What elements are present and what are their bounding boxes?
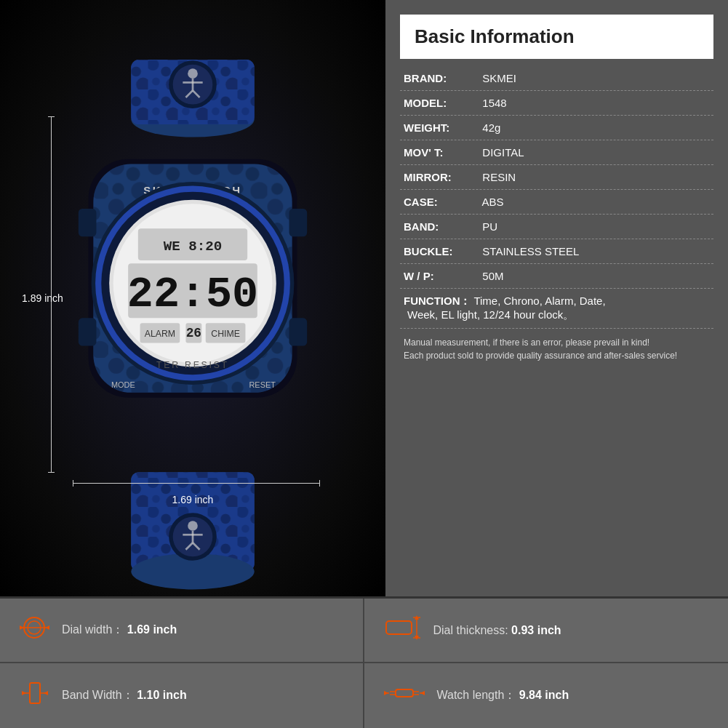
model-value: 1548 [476, 97, 710, 109]
svg-rect-24 [79, 318, 97, 345]
band-width-icon [18, 679, 51, 712]
height-label: 1.89 inch [22, 292, 63, 304]
svg-point-8 [188, 68, 198, 79]
case-label: CASE: [404, 196, 476, 208]
svg-marker-61 [20, 625, 24, 630]
dial-thickness-label: Dial thickness: [433, 624, 512, 636]
watch-length-icon [383, 679, 426, 712]
note-line2: Each product sold to provide quality ass… [404, 349, 710, 362]
wp-row: W / P: 50M [400, 264, 713, 289]
dial-width-value: 1.69 inch [127, 623, 177, 636]
buckle-value: STAINLESS STEEL [476, 245, 710, 257]
dial-thickness-text: Dial thickness: 0.93 inch [433, 624, 561, 637]
info-header: Basic Information [400, 15, 713, 59]
svg-text:TER RESIST: TER RESIST [156, 360, 229, 370]
watch-length-text: Watch length： 9.84 inch [437, 688, 569, 703]
svg-text:22:50: 22:50 [127, 270, 258, 319]
basic-information-title: Basic Information [415, 25, 699, 48]
watch-area: 1.89 inch [0, 0, 385, 596]
specs-list: BRAND: SKMEI MODEL: 1548 WEIGHT: 42g MOV… [385, 59, 728, 596]
band-value: PU [476, 220, 710, 233]
mirror-label: MIRROR: [404, 171, 476, 183]
note-line1: Manual measurement, if there is an error… [404, 336, 710, 349]
dial-width-cell: Dial width： 1.69 inch [0, 599, 364, 663]
top-section: 1.89 inch [0, 0, 728, 596]
info-note: Manual measurement, if there is an error… [400, 329, 713, 366]
svg-rect-26 [289, 318, 308, 345]
dial-thickness-value: 0.93 inch [511, 624, 561, 636]
dial-width-label: Dial width： [62, 623, 124, 636]
weight-row: WEIGHT: 42g [400, 116, 713, 140]
watch-length-label: Watch length： [437, 689, 516, 701]
movt-row: MOV' T: DIGITAL [400, 140, 713, 165]
watch-length-cell: Watch length： 9.84 inch [364, 663, 729, 728]
svg-text:CHIME: CHIME [211, 329, 240, 339]
svg-marker-81 [384, 691, 388, 695]
function-value: Time, Chrono, Alarm, Date, [473, 295, 605, 307]
svg-rect-25 [289, 209, 308, 236]
horizontal-dimension-line [73, 483, 320, 484]
case-value: ABS [476, 196, 710, 208]
info-panel: Basic Information BRAND: SKMEI MODEL: 15… [385, 0, 728, 596]
movt-label: MOV' T: [404, 146, 476, 159]
brand-label: BRAND: [404, 72, 476, 84]
band-label: BAND: [404, 220, 476, 233]
svg-marker-82 [420, 691, 425, 695]
svg-point-15 [188, 521, 198, 531]
brand-row: BRAND: SKMEI [400, 66, 713, 91]
dial-thickness-icon [383, 614, 423, 647]
svg-marker-72 [22, 691, 26, 695]
band-row: BAND: PU [400, 215, 713, 239]
svg-text:RESET: RESET [249, 380, 276, 389]
svg-text:WE  8:20: WE 8:20 [164, 239, 222, 255]
svg-rect-23 [79, 209, 97, 236]
band-width-value: 1.10 inch [137, 689, 186, 701]
dial-thickness-cell: Dial thickness: 0.93 inch [364, 599, 729, 663]
bottom-specs-bar: Dial width： 1.69 inch Dial thickness: 0.… [0, 596, 728, 728]
wp-label: W / P: [404, 270, 476, 282]
width-label: 1.69 inch [172, 494, 214, 505]
watch-length-value: 9.84 inch [519, 689, 569, 701]
svg-rect-63 [386, 621, 412, 634]
brand-value: SKMEI [476, 72, 710, 84]
buckle-label: BUCKLE: [404, 245, 476, 257]
model-row: MODEL: 1548 [400, 91, 713, 116]
svg-text:ALARM: ALARM [145, 329, 175, 339]
case-row: CASE: ABS [400, 190, 713, 215]
mirror-value: RESIN [476, 171, 710, 183]
function-row: FUNCTION： Time, Chrono, Alarm, Date, Wee… [400, 289, 713, 329]
buckle-row: BUCKLE: STAINLESS STEEL [400, 239, 713, 264]
main-container: 1.89 inch [0, 0, 728, 728]
weight-value: 42g [476, 121, 710, 134]
function-value-cont: Week, EL light, 12/24 hour clock。 [407, 308, 574, 321]
function-label: FUNCTION： [404, 295, 471, 307]
weight-label: WEIGHT: [404, 121, 476, 134]
dial-width-icon [18, 614, 51, 647]
band-width-cell: Band Width： 1.10 inch [0, 663, 364, 728]
mirror-row: MIRROR: RESIN [400, 165, 713, 190]
svg-rect-74 [396, 689, 413, 697]
band-width-label: Band Width： [62, 689, 134, 701]
band-width-text: Band Width： 1.10 inch [62, 688, 187, 703]
svg-rect-69 [30, 683, 40, 703]
svg-text:MODE: MODE [111, 380, 135, 389]
svg-marker-62 [45, 625, 49, 630]
model-label: MODEL: [404, 97, 476, 109]
svg-text:26: 26 [186, 326, 201, 340]
wp-value: 50M [476, 270, 710, 282]
movt-value: DIGITAL [476, 146, 710, 159]
dial-width-text: Dial width： 1.69 inch [62, 623, 177, 638]
svg-marker-73 [44, 691, 48, 695]
